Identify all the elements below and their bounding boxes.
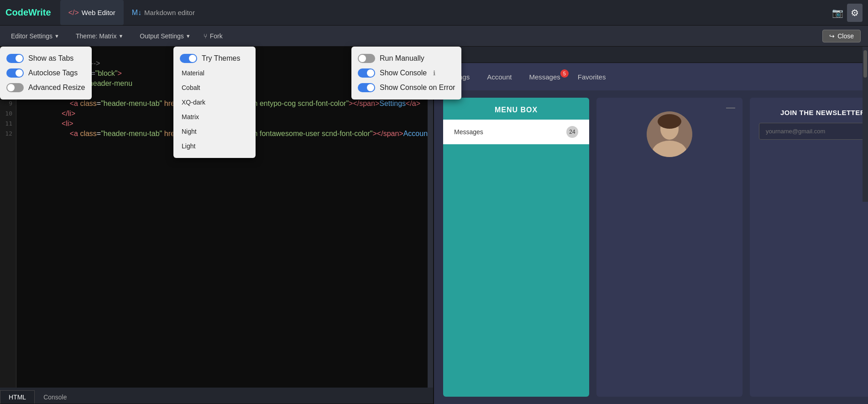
menu-box-messages-badge: 24 [566,126,578,138]
theme-label: Theme: Matrix [76,32,116,40]
close-icon: ↪ [829,32,835,40]
tab-html-label: HTML [9,394,26,401]
tab-web-editor-label: Web Editor [82,9,115,16]
theme-night-label: Night [182,128,197,135]
messages-badge: 5 [560,69,569,78]
output-settings-btn[interactable]: Output Settings ▼ [136,31,194,42]
autoclose-tags-label: Autoclose Tags [28,69,78,77]
tab-markdown-editor-label: Markdown editor [144,9,195,16]
nav-item-messages[interactable]: Messages 5 [527,69,562,84]
line-10: 10 [0,109,16,119]
brand-logo: CodeWrite [5,7,51,18]
html-icon: </> [68,9,79,17]
preview-content: Settings Account Messages 5 Favorites Me [434,63,868,404]
theme-xq-dark[interactable]: XQ-dark [173,95,256,110]
tab-console-label: Console [43,394,67,401]
card-newsletter: JOIN THE NEWSLETTER [750,98,868,397]
newsletter-title: JOIN THE NEWSLETTER [780,109,865,116]
theme-dropdown: Try Themes Material Cobalt XQ-dark Matri… [173,47,256,158]
run-manually-label: Run Manually [380,54,424,63]
advanced-resize-toggle-row[interactable]: Advanced Resize [0,80,92,95]
tab-web-editor[interactable]: </> Web Editor [60,0,124,25]
run-manually-toggle-row[interactable]: Run Manually [351,51,461,66]
editor-settings-arrow: ▼ [54,33,59,39]
editor-settings-dropdown: Show as Tabs Autoclose Tags Advanced Res… [0,47,92,100]
preview-cards: MENU BOX Messages 24 — [434,90,868,404]
theme-night[interactable]: Night [173,124,256,139]
tab-html[interactable]: HTML [0,390,35,404]
theme-light[interactable]: Light [173,139,256,153]
theme-light-label: Light [182,142,195,150]
theme-material-label: Material [182,69,204,77]
nav-item-favorites[interactable]: Favorites [576,69,608,84]
show-console-label: Show Console [380,69,427,77]
theme-matrix[interactable]: Matrix [173,110,256,124]
editor-settings-label: Editor Settings [11,32,52,40]
show-as-tabs-label: Show as Tabs [28,54,73,63]
output-settings-dropdown: Run Manually Show Console ℹ Show Console… [351,47,461,100]
line-9: 9 [0,99,16,109]
show-console-toggle[interactable] [358,68,375,78]
card-center: — [596,98,743,397]
nav-item-account[interactable]: Account [485,69,513,84]
close-label: Close [837,32,854,40]
preview-scrollbar-thumb[interactable] [863,50,867,78]
theme-xq-dark-label: XQ-dark [182,99,205,106]
show-console-info-icon: ℹ [433,69,435,77]
nav-account-label: Account [487,73,512,81]
card-menu-box: MENU BOX Messages 24 [443,98,589,397]
show-console-on-error-label: Show Console on Error [380,84,455,92]
nav-favorites-label: Favorites [578,73,606,81]
theme-cobalt[interactable]: Cobalt [173,80,256,95]
toolbar: Editor Settings ▼ Theme: Matrix ▼ Output… [0,26,868,47]
advanced-resize-toggle[interactable] [6,83,24,92]
run-manually-toggle[interactable] [358,54,375,63]
try-themes-label: Try Themes [202,54,240,63]
preview-panel: ⬆ ⬇ Settings Account Messages [434,47,868,404]
menu-box-title: MENU BOX [495,98,538,120]
md-icon: M↓ [132,9,141,17]
output-settings-label: Output Settings [140,32,184,40]
theme-cobalt-label: Cobalt [182,84,200,91]
autoclose-tags-toggle-row[interactable]: Autoclose Tags [0,66,92,80]
card-center-dash[interactable]: — [726,102,735,113]
show-console-toggle-row[interactable]: Show Console ℹ [351,66,461,80]
output-settings-arrow: ▼ [186,33,191,39]
menu-box-messages-row: Messages 24 [443,120,589,144]
editor-settings-btn[interactable]: Editor Settings ▼ [7,31,63,42]
tab-console[interactable]: Console [35,390,75,404]
show-as-tabs-toggle[interactable] [6,54,24,63]
gear-icon-btn[interactable]: ⚙ [847,4,863,22]
show-console-on-error-toggle-row[interactable]: Show Console on Error [351,80,461,95]
autoclose-tags-toggle[interactable] [6,68,24,78]
card-center-avatar [647,111,692,157]
top-nav: CodeWrite </> Web Editor M↓ Markdown edi… [0,0,868,26]
show-as-tabs-toggle-row[interactable]: Show as Tabs [0,51,92,66]
svg-point-7 [658,114,681,129]
tab-markdown-editor[interactable]: M↓ Markdown editor [124,0,203,25]
try-themes-toggle[interactable] [180,54,197,63]
line-12: 12 [0,129,16,139]
theme-btn[interactable]: Theme: Matrix ▼ [72,31,127,42]
preview-nav: Settings Account Messages 5 Favorites Me [434,63,868,90]
camera-icon-btn[interactable]: 📷 [828,4,847,22]
main-layout: 4 5 6 7 8 9 10 11 12 <!-- HEADER --> <he… [0,47,868,404]
advanced-resize-label: Advanced Resize [28,84,85,92]
show-console-on-error-toggle[interactable] [358,83,375,92]
theme-material[interactable]: Material [173,66,256,80]
bottom-tabs: HTML Console [0,388,433,404]
fork-label: Fork [210,32,223,40]
line-11: 11 [0,119,16,129]
nav-messages-label: Messages [529,73,560,81]
menu-box-messages-label: Messages [454,128,483,136]
newsletter-email-input[interactable] [759,123,868,140]
close-btn[interactable]: ↪ Close [822,30,861,42]
try-themes-toggle-row[interactable]: Try Themes [173,51,256,66]
theme-matrix-label: Matrix [182,113,199,121]
fork-btn[interactable]: ⑂ Fork [204,32,223,40]
theme-arrow: ▼ [118,33,123,39]
split-area: 4 5 6 7 8 9 10 11 12 <!-- HEADER --> <he… [0,47,868,404]
fork-icon: ⑂ [204,32,207,40]
